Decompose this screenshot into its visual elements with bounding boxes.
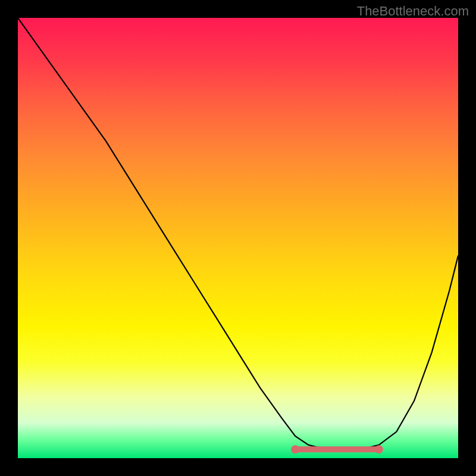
watermark-text: TheBottleneck.com: [357, 4, 469, 19]
optimal-band-right-dot: [375, 445, 383, 453]
bottleneck-curve: [18, 18, 458, 449]
optimal-band-left-dot: [291, 445, 299, 453]
plot-area: [18, 18, 458, 458]
chart-svg: [18, 18, 458, 458]
